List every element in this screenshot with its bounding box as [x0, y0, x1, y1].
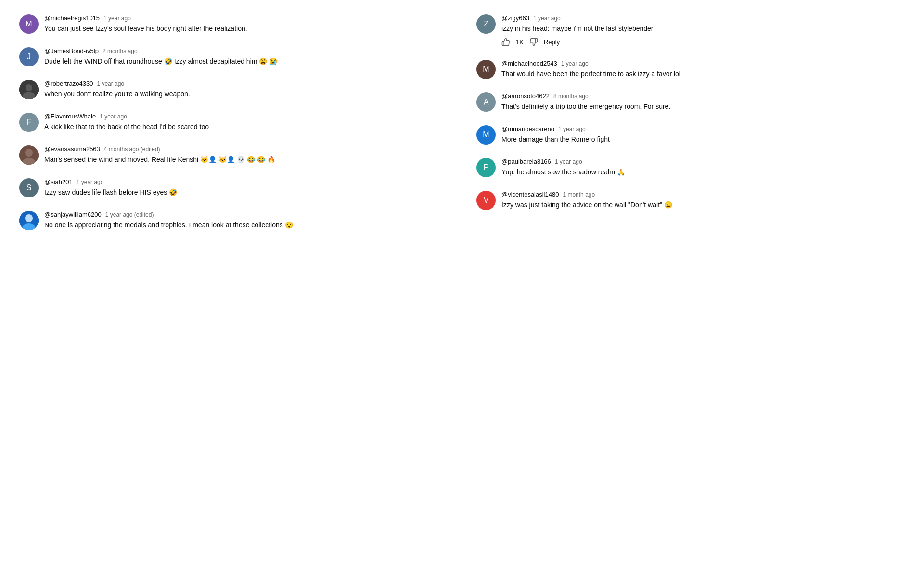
comment-text: You can just see Izzy's soul leave his b…: [44, 24, 448, 34]
comment-author: @michaelregis1015: [44, 14, 100, 22]
avatar: M: [19, 14, 38, 34]
comments-layout: M @michaelregis1015 1 year ago You can j…: [19, 14, 905, 244]
comment-body: @JamesBond-iv5lp 2 months ago Dude felt …: [44, 47, 448, 66]
comment-author: @evansasuma2563: [44, 145, 100, 153]
comment-author: @vicentesalasii1480: [501, 191, 559, 198]
comment-row: Z @zigy663 1 year ago izzy in his head: …: [476, 14, 905, 46]
comment-meta: @paulbarela8166 1 year ago: [501, 158, 905, 165]
comment-meta: @sanjaywilliam6200 1 year ago (edited): [44, 211, 448, 218]
comment-author: @zigy663: [501, 14, 529, 22]
comment-meta: @siah201 1 year ago: [44, 178, 448, 185]
comment-author: @mmarioescareno: [501, 125, 554, 132]
comment-row: F @FlavorousWhale 1 year ago A kick like…: [19, 113, 448, 132]
avatar: J: [19, 47, 38, 66]
comment-row: @sanjaywilliam6200 1 year ago (edited) N…: [19, 211, 448, 230]
thumbs-up-button[interactable]: [501, 38, 510, 46]
comment-time: 1 year ago: [555, 158, 582, 165]
comment-body: @evansasuma2563 4 months ago (edited) Ma…: [44, 145, 448, 165]
comment-author: @paulbarela8166: [501, 158, 551, 165]
comment-author: @sanjaywilliam6200: [44, 211, 102, 218]
comment-text: Man's sensed the wind and moved. Real li…: [44, 155, 448, 165]
comment-text: Yup, he almost saw the shadow realm 🙏: [501, 167, 905, 177]
comment-body: @robertrazo4330 1 year ago When you don'…: [44, 80, 448, 99]
comment-author: @FlavorousWhale: [44, 113, 96, 120]
avatar: A: [476, 92, 496, 112]
comment-text: That would have been the perfect time to…: [501, 69, 905, 79]
comment-text: That's definitely a trip too the emergen…: [501, 102, 905, 112]
comment-author: @michaelhood2543: [501, 60, 557, 67]
comment-body: @sanjaywilliam6200 1 year ago (edited) N…: [44, 211, 448, 230]
avatar: F: [19, 113, 38, 132]
comment-row: @evansasuma2563 4 months ago (edited) Ma…: [19, 145, 448, 165]
comment-text: When you don't realize you're a walking …: [44, 89, 448, 99]
avatar: [19, 145, 38, 165]
comment-time: 4 months ago (edited): [104, 146, 160, 153]
comment-row: P @paulbarela8166 1 year ago Yup, he alm…: [476, 158, 905, 177]
comment-text: Dude felt the WIND off that roundhouse 🤣…: [44, 56, 448, 66]
comment-time: 1 month ago: [563, 191, 595, 198]
avatar-photo-icon: [19, 145, 38, 165]
comment-time: 2 months ago: [103, 48, 138, 54]
svg-point-7: [25, 214, 33, 222]
like-count: 1K: [516, 39, 524, 46]
comment-body: @aaronsoto4622 8 months ago That's defin…: [501, 92, 905, 112]
reply-button[interactable]: Reply: [544, 39, 560, 46]
comment-meta: @michaelregis1015 1 year ago: [44, 14, 448, 22]
comment-body: @paulbarela8166 1 year ago Yup, he almos…: [501, 158, 905, 177]
comment-author: @siah201: [44, 178, 73, 185]
thumbs-up-icon: [501, 38, 510, 46]
comment-time: 1 year ago: [558, 126, 586, 132]
avatar: Z: [476, 14, 496, 34]
comment-meta: @FlavorousWhale 1 year ago: [44, 113, 448, 120]
avatar: P: [476, 158, 496, 177]
comment-text: No one is appreciating the medals and tr…: [44, 220, 448, 230]
comment-actions: 1K Reply: [501, 38, 905, 46]
comment-body: @vicentesalasii1480 1 month ago Izzy was…: [501, 191, 905, 210]
comment-row: S @siah201 1 year ago Izzy saw dudes lif…: [19, 178, 448, 197]
comment-text: izzy in his head: maybe i'm not the last…: [501, 24, 905, 34]
comment-time: 1 year ago: [97, 80, 124, 87]
comment-body: @michaelregis1015 1 year ago You can jus…: [44, 14, 448, 34]
comment-meta: @zigy663 1 year ago: [501, 14, 905, 22]
comment-body: @siah201 1 year ago Izzy saw dudes life …: [44, 178, 448, 197]
comment-meta: @vicentesalasii1480 1 month ago: [501, 191, 905, 198]
comment-time: 1 year ago: [561, 60, 589, 67]
thumbs-down-icon: [529, 38, 538, 46]
comment-body: @zigy663 1 year ago izzy in his head: ma…: [501, 14, 905, 46]
comment-time: 1 year ago (edited): [105, 211, 154, 218]
svg-point-1: [26, 84, 32, 91]
comment-meta: @evansasuma2563 4 months ago (edited): [44, 145, 448, 153]
comment-body: @michaelhood2543 1 year ago That would h…: [501, 60, 905, 79]
comment-meta: @aaronsoto4622 8 months ago: [501, 92, 905, 100]
avatar: V: [476, 191, 496, 210]
comment-time: 1 year ago: [103, 15, 131, 22]
comment-meta: @JamesBond-iv5lp 2 months ago: [44, 47, 448, 54]
comment-text: More damage than the Romero fight: [501, 134, 905, 144]
comment-author: @robertrazo4330: [44, 80, 93, 87]
comment-row: @robertrazo4330 1 year ago When you don'…: [19, 80, 448, 99]
comment-row: M @mmarioescareno 1 year ago More damage…: [476, 125, 905, 144]
comment-row: M @michaelregis1015 1 year ago You can j…: [19, 14, 448, 34]
comment-meta: @michaelhood2543 1 year ago: [501, 60, 905, 67]
comment-author: @JamesBond-iv5lp: [44, 47, 99, 54]
comment-text: Izzy saw dudes life flash before HIS eye…: [44, 187, 448, 197]
comment-author: @aaronsoto4622: [501, 92, 550, 100]
comment-text: A kick like that to the back of the head…: [44, 122, 448, 132]
avatar: [19, 80, 38, 99]
comment-row: M @michaelhood2543 1 year ago That would…: [476, 60, 905, 79]
avatar: [19, 211, 38, 230]
comment-row: A @aaronsoto4622 8 months ago That's def…: [476, 92, 905, 112]
comment-time: 1 year ago: [77, 179, 104, 185]
comment-body: @FlavorousWhale 1 year ago A kick like t…: [44, 113, 448, 132]
comment-time: 1 year ago: [100, 113, 127, 120]
comment-meta: @robertrazo4330 1 year ago: [44, 80, 448, 87]
thumbs-down-button[interactable]: [529, 38, 538, 46]
avatar: S: [19, 178, 38, 197]
avatar-photo-icon: [19, 80, 38, 99]
comment-time: 1 year ago: [533, 15, 561, 22]
avatar-photo-icon: [19, 211, 38, 230]
comment-row: J @JamesBond-iv5lp 2 months ago Dude fel…: [19, 47, 448, 66]
right-column: Z @zigy663 1 year ago izzy in his head: …: [476, 14, 905, 244]
left-column: M @michaelregis1015 1 year ago You can j…: [19, 14, 448, 244]
svg-point-4: [25, 149, 33, 157]
